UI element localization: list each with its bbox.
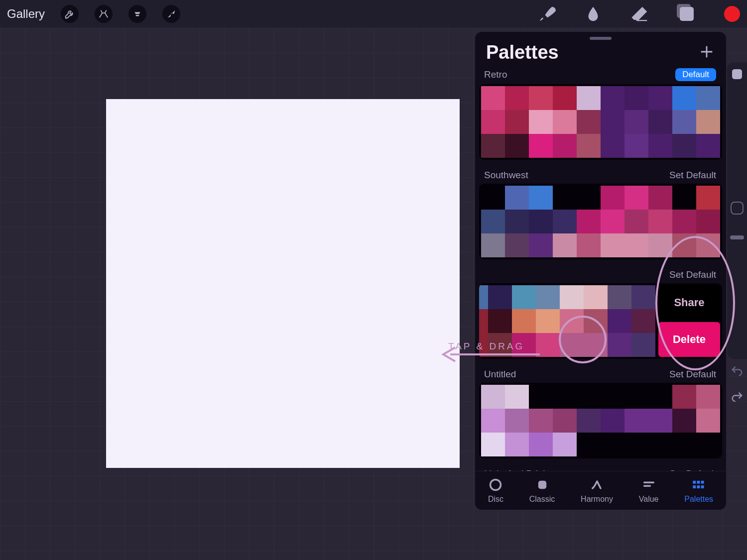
color-swatch[interactable] — [672, 110, 696, 134]
color-swatch[interactable] — [601, 110, 624, 134]
color-swatch[interactable] — [601, 186, 624, 210]
add-palette-button[interactable] — [698, 43, 715, 62]
wrench-icon[interactable] — [61, 5, 79, 23]
palette-name[interactable]: Retro — [484, 69, 507, 80]
color-swatch[interactable] — [624, 110, 648, 134]
color-swatch[interactable] — [577, 86, 601, 110]
color-swatch[interactable] — [624, 134, 648, 158]
color-swatch[interactable] — [608, 333, 631, 357]
eraser-icon[interactable] — [630, 4, 649, 23]
color-swatch[interactable] — [648, 110, 672, 134]
color-swatch[interactable] — [577, 186, 601, 210]
color-swatch[interactable] — [553, 134, 577, 158]
color-swatch[interactable] — [505, 409, 529, 433]
color-swatch[interactable] — [648, 409, 672, 433]
swatch-container[interactable] — [479, 383, 722, 458]
swatch-container[interactable] — [479, 84, 722, 160]
color-swatch[interactable] — [479, 309, 488, 333]
share-button[interactable]: Share — [658, 285, 720, 320]
color-swatch[interactable] — [529, 110, 553, 134]
color-swatch[interactable] — [536, 285, 560, 309]
color-swatch[interactable] — [672, 385, 696, 409]
color-swatch[interactable] — [488, 309, 512, 333]
smudge-icon[interactable] — [584, 4, 603, 23]
color-swatch[interactable] — [601, 86, 624, 110]
color-swatch[interactable] — [672, 134, 696, 158]
color-swatch[interactable] — [577, 433, 601, 456]
color-swatch[interactable] — [512, 285, 536, 309]
tab-classic[interactable]: Classic — [529, 478, 555, 504]
selection-icon[interactable] — [128, 5, 146, 23]
color-swatch[interactable] — [608, 285, 631, 309]
color-swatch[interactable] — [601, 134, 624, 158]
color-swatch[interactable] — [481, 433, 505, 456]
color-swatch[interactable] — [577, 134, 601, 158]
color-swatch[interactable] — [672, 409, 696, 433]
color-swatch[interactable] — [601, 409, 624, 433]
color-swatch[interactable] — [624, 385, 648, 409]
color-swatch[interactable] — [553, 86, 577, 110]
color-swatch[interactable] — [560, 285, 584, 309]
color-swatch[interactable] — [505, 210, 529, 233]
color-swatch[interactable] — [505, 110, 529, 134]
color-swatch[interactable] — [624, 409, 648, 433]
color-swatch[interactable] — [505, 86, 529, 110]
color-swatch[interactable] — [601, 233, 624, 257]
color-swatch[interactable] — [481, 210, 505, 233]
color-swatch[interactable] — [512, 309, 536, 333]
color-swatch[interactable] — [553, 186, 577, 210]
color-swatch[interactable] — [696, 86, 720, 110]
tab-disc[interactable]: Disc — [488, 478, 503, 504]
swatch-container[interactable] — [479, 184, 722, 259]
color-swatch[interactable] — [505, 134, 529, 158]
color-swatch[interactable] — [696, 210, 720, 233]
color-swatch[interactable] — [696, 233, 720, 257]
color-swatch[interactable] — [529, 186, 553, 210]
color-swatch[interactable] — [624, 210, 648, 233]
color-swatch[interactable] — [553, 409, 577, 433]
color-swatch[interactable] — [624, 433, 648, 456]
color-swatch[interactable] — [696, 433, 720, 456]
color-swatch[interactable] — [624, 233, 648, 257]
color-swatch[interactable] — [631, 309, 655, 333]
color-swatch[interactable] — [505, 186, 529, 210]
redo-icon[interactable] — [730, 390, 744, 404]
color-swatch[interactable] — [529, 433, 553, 456]
adjustments-icon[interactable] — [95, 5, 113, 23]
color-swatch[interactable] — [696, 110, 720, 134]
color-swatch[interactable] — [481, 385, 505, 409]
color-swatch[interactable] — [584, 285, 608, 309]
layers-icon[interactable] — [677, 4, 696, 23]
gallery-button[interactable]: Gallery — [7, 7, 45, 21]
color-swatch[interactable] — [505, 233, 529, 257]
sidebar-opacity-well[interactable] — [730, 235, 744, 239]
color-swatch[interactable] — [584, 309, 608, 333]
color-swatch[interactable] — [624, 86, 648, 110]
color-swatch[interactable] — [672, 86, 696, 110]
color-swatch[interactable] — [648, 385, 672, 409]
color-swatch[interactable] — [481, 409, 505, 433]
color-swatch[interactable] — [529, 385, 553, 409]
color-swatch[interactable] — [481, 186, 505, 210]
color-swatch[interactable] — [601, 385, 624, 409]
color-swatch[interactable] — [479, 285, 488, 309]
color-swatch[interactable] — [560, 309, 584, 333]
sidebar-size-well[interactable] — [732, 69, 742, 79]
color-swatch[interactable] — [481, 134, 505, 158]
color-swatch[interactable] — [631, 333, 655, 357]
color-swatch[interactable] — [696, 134, 720, 158]
color-swatch[interactable] — [672, 186, 696, 210]
palettes-list[interactable]: RetroDefaultSouthwestSet DefaultSet Defa… — [475, 68, 726, 471]
color-swatch[interactable] — [648, 433, 672, 456]
color-swatch[interactable] — [608, 309, 631, 333]
color-swatch[interactable] — [529, 210, 553, 233]
color-swatch[interactable] — [505, 433, 529, 456]
color-swatch[interactable] — [577, 409, 601, 433]
tab-harmony[interactable]: Harmony — [581, 478, 613, 504]
tab-value[interactable]: Value — [639, 478, 659, 504]
color-swatch[interactable] — [648, 210, 672, 233]
panel-drag-handle[interactable] — [590, 37, 612, 40]
color-swatch[interactable] — [553, 210, 577, 233]
color-swatch[interactable] — [672, 210, 696, 233]
color-swatch[interactable] — [672, 433, 696, 456]
